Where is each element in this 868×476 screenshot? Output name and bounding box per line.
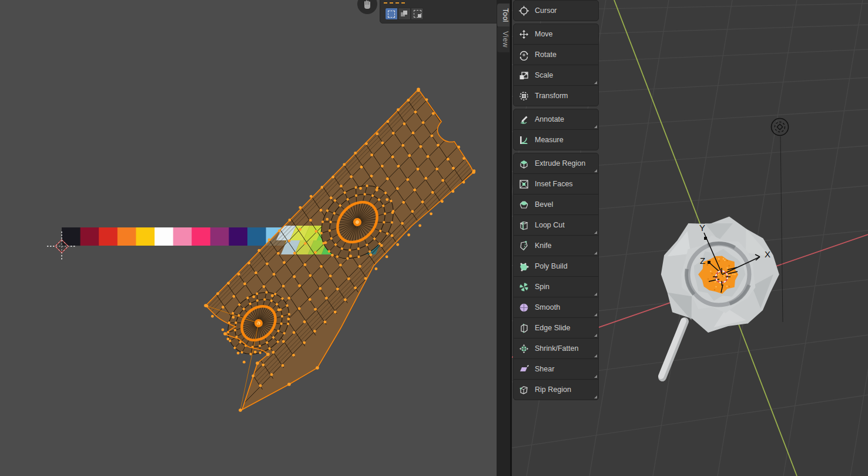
tool-item-label: Transform <box>535 92 568 100</box>
dashed-square-icon <box>388 11 395 18</box>
toolbar-group: AnnotateMeasure <box>513 109 599 150</box>
submenu-corner-icon <box>594 334 597 337</box>
tool-item-label: Rip Region <box>535 386 571 394</box>
tool-item-label: Cursor <box>535 6 557 15</box>
uv-select-mode-buttons <box>385 8 424 20</box>
tool-item-spin[interactable]: Spin <box>514 277 598 297</box>
extrude-tool-icon <box>518 158 529 169</box>
tool-item-label: Bevel <box>535 200 553 209</box>
submenu-corner-icon <box>594 169 597 172</box>
polybuild-tool-icon <box>518 261 529 272</box>
palette-swatch[interactable] <box>210 227 229 246</box>
palette-swatch[interactable] <box>229 227 247 246</box>
spin-tool-icon <box>518 281 529 293</box>
knife-tool-icon <box>518 240 529 252</box>
tool-item-annotate[interactable]: Annotate <box>514 109 598 130</box>
palette-swatch[interactable] <box>173 227 192 246</box>
axis-label-z: Z <box>700 256 705 266</box>
uv-sidebar-tab-strip: ToolView <box>497 0 510 476</box>
tool-item-label: Inset Faces <box>535 180 573 188</box>
tool-item-label: Move <box>535 30 553 38</box>
submenu-corner-icon <box>594 395 597 398</box>
tool-item-rip-region[interactable]: Rip Region <box>514 380 598 400</box>
tool-item-label: Annotate <box>535 115 564 123</box>
axis-label-y: Y <box>699 223 705 233</box>
tool-item-inset-faces[interactable]: Inset Faces <box>514 174 598 195</box>
measure-tool-icon <box>518 135 529 146</box>
tool-item-label: Knife <box>535 242 552 250</box>
uv-editor-area[interactable] <box>0 0 497 476</box>
tool-item-label: Extrude Region <box>535 159 585 167</box>
ripregion-tool-icon <box>518 384 529 395</box>
palette-swatch[interactable] <box>99 227 118 246</box>
point-light-icon[interactable] <box>772 119 789 323</box>
tool-item-label: Loop Cut <box>535 221 565 229</box>
tool-item-transform[interactable]: Transform <box>514 86 598 106</box>
blender-window: ToolView YXZ CursorMoveRotateScaleTransf… <box>0 0 868 476</box>
sticky-select-button[interactable] <box>411 8 424 20</box>
tool-item-label: Spin <box>535 283 549 291</box>
palette-swatch[interactable] <box>136 227 155 246</box>
uv-canvas[interactable] <box>0 0 497 476</box>
tool-item-move[interactable]: Move <box>514 24 598 45</box>
submenu-corner-icon <box>594 81 597 84</box>
tool-item-smooth[interactable]: Smooth <box>514 297 598 318</box>
axis-label-x: X <box>765 249 770 259</box>
tool-item-poly-build[interactable]: Poly Build <box>514 256 598 277</box>
overlap-select-button[interactable] <box>398 8 411 20</box>
palette-swatch[interactable] <box>192 227 210 246</box>
lollipop-mesh[interactable] <box>661 216 779 377</box>
tool-item-label: Rotate <box>535 51 557 59</box>
palette-swatch[interactable] <box>118 227 136 246</box>
tool-item-rotate[interactable]: Rotate <box>514 45 598 65</box>
move-tool-icon <box>518 29 529 40</box>
submenu-corner-icon <box>594 125 597 128</box>
palette-swatch[interactable] <box>247 227 266 246</box>
tool-item-shear[interactable]: Shear <box>514 359 598 380</box>
tool-item-shrink-fatten[interactable]: Shrink/Fatten <box>514 338 598 359</box>
bevel-tool-icon <box>518 199 529 210</box>
rotate-tool-icon <box>518 49 529 61</box>
tool-item-label: Measure <box>535 136 564 144</box>
smooth-tool-icon <box>518 302 529 313</box>
two-squares-icon <box>401 11 408 17</box>
tool-item-label: Shrink/Fatten <box>535 344 578 353</box>
mixed-square-icon <box>414 10 421 18</box>
hand-icon <box>362 0 373 9</box>
toolbar-group: Cursor <box>513 0 599 21</box>
sidebar-tab-tool[interactable]: Tool <box>497 4 510 27</box>
shear-tool-icon <box>518 364 529 375</box>
palette-swatch[interactable] <box>155 227 173 246</box>
tool-item-loop-cut[interactable]: Loop Cut <box>514 215 598 236</box>
palette-swatch[interactable] <box>81 227 99 246</box>
annotate-tool-icon <box>518 114 529 125</box>
tool-item-label: Edge Slide <box>535 324 570 332</box>
submenu-corner-icon <box>594 293 597 296</box>
toolbar-group: MoveRotateScaleTransform <box>513 24 599 106</box>
shrinkfatten-tool-icon <box>518 343 529 354</box>
tool-item-label: Shear <box>535 365 554 373</box>
loopcut-tool-icon <box>518 220 529 231</box>
uv-mesh[interactable] <box>204 87 475 427</box>
tool-item-knife[interactable]: Knife <box>514 236 598 256</box>
submenu-corner-icon <box>594 231 597 234</box>
tool-item-cursor[interactable]: Cursor <box>514 1 598 21</box>
clipped-popover-edge <box>384 0 405 4</box>
sidebar-tab-view[interactable]: View <box>497 26 510 52</box>
cursor-tool-icon <box>518 5 529 16</box>
tool-item-label: Poly Build <box>535 262 568 270</box>
box-select-button[interactable] <box>385 8 398 20</box>
scale-tool-icon <box>518 70 529 81</box>
3d-viewport-area[interactable]: YXZ CursorMoveRotateScaleTransformAnnota… <box>512 0 868 476</box>
tool-item-bevel[interactable]: Bevel <box>514 195 598 215</box>
submenu-corner-icon <box>594 375 597 378</box>
submenu-corner-icon <box>594 313 597 316</box>
inset-tool-icon <box>518 179 529 190</box>
tool-item-label: Smooth <box>535 303 560 311</box>
tool-item-extrude-region[interactable]: Extrude Region <box>514 153 598 174</box>
tool-item-measure[interactable]: Measure <box>514 130 598 150</box>
tool-item-edge-slide[interactable]: Edge Slide <box>514 318 598 338</box>
transform-tool-icon <box>518 90 529 102</box>
tool-item-scale[interactable]: Scale <box>514 65 598 86</box>
submenu-corner-icon <box>594 252 597 254</box>
